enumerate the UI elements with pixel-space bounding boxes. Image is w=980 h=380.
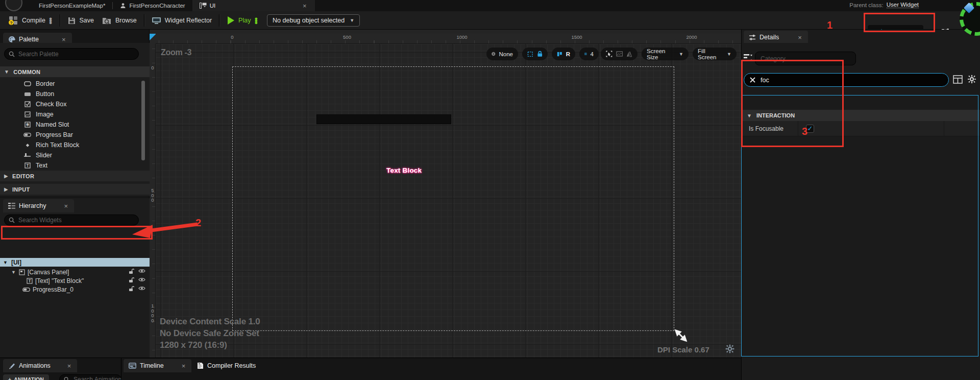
preview-target-dropdown[interactable]: None [486,48,518,60]
grid-icon[interactable] [584,51,587,57]
texture-preview-icon[interactable] [616,51,623,57]
fill-screen-dropdown[interactable]: Fill Screen ▼ [693,48,737,60]
tab-label: FirstPersonExampleMap* [39,3,105,9]
save-button[interactable]: Save [63,11,99,30]
details-search-input[interactable] [761,77,943,84]
hierarchy-row-progressbar[interactable]: ProgressBar_0 [0,285,150,294]
unlocked-icon[interactable] [128,286,134,292]
visibility-eye-icon[interactable] [138,268,145,274]
grid-snap-size-value[interactable]: 4 [591,51,594,57]
animations-search[interactable] [59,374,121,380]
grid-snap-group: 4 [579,48,599,60]
device-content-scale-label: Device Content Scale 1.0 [160,317,260,327]
browse-button[interactable]: Browse [98,11,141,30]
designer-viewport[interactable]: 0 500 1000 1500 2000 0 500 1000 Zoom -3 … [150,30,741,358]
close-icon[interactable]: × [63,203,69,209]
tab-label: FirstPersonCharacter [129,3,185,9]
hierarchy-row-canvas-panel[interactable]: ▼ [Canvas Panel] [0,268,150,276]
details-tab[interactable]: Details × [744,31,808,44]
unlocked-icon[interactable] [128,277,134,283]
palette-item-image[interactable]: Image [0,109,141,120]
horizontal-ruler: 0 500 1000 1500 2000 [156,34,741,44]
category-filter-field[interactable] [755,52,856,65]
visibility-eye-icon[interactable] [138,277,145,282]
tab-first-person-example-map[interactable]: FirstPersonExampleMap* [32,0,112,11]
palette-item-check-box[interactable]: Check Box [0,99,141,109]
tab-first-person-character[interactable]: FirstPersonCharacter [113,0,192,11]
cursor-select-icon[interactable] [606,51,612,57]
column-divider [944,121,944,136]
plus-icon: + [8,376,11,380]
person-icon [120,3,126,9]
compile-button[interactable]: ? Compile ●●● [4,11,57,30]
slider-icon [23,153,31,158]
unlocked-icon[interactable] [128,268,134,274]
category-filter-input[interactable] [755,52,855,65]
canvas-grid-area[interactable]: Zoom -3 None R 4 [156,44,741,358]
preview-target-value: None [499,51,513,57]
section-editor[interactable]: ▶ EDITOR [0,171,150,181]
timeline-tab[interactable]: Timeline × [124,359,191,372]
lock-icon[interactable] [537,51,543,57]
visibility-eye-icon[interactable] [138,286,145,291]
text-block-widget[interactable]: Text Block [386,167,422,174]
close-icon[interactable]: × [302,3,308,9]
parent-class-link[interactable]: User Widget [887,2,919,8]
compiler-results-tab[interactable]: Compiler Results [192,359,261,372]
dpi-settings-gear-icon[interactable] [725,344,734,353]
debug-object-dropdown[interactable]: No debug object selected ▼ [267,14,360,27]
hierarchy-search-input[interactable] [5,215,138,225]
chevron-down-icon[interactable]: ▼ [3,260,8,265]
browse-label: Browse [115,17,137,24]
interaction-section-header[interactable]: ▼ INTERACTION [742,110,979,121]
vertical-ruler: 0 500 1000 [150,44,156,358]
palette-item-button[interactable]: Button [0,89,141,99]
chevron-down-icon[interactable]: ▼ [11,270,16,275]
close-icon[interactable]: × [61,36,67,43]
compile-icon: ? [8,15,18,26]
palette-scrollbar[interactable] [141,81,145,160]
screen-size-dropdown[interactable]: Screen Size ▼ [642,48,689,60]
palette-tab-label: Palette [19,36,39,43]
property-matrix-icon[interactable] [953,75,963,84]
root-widget-outline[interactable] [232,66,674,331]
respect-locks-toggle[interactable]: R [566,51,570,57]
tab-ui[interactable]: UI × [192,0,315,11]
add-animation-button[interactable]: + ANIMATION [3,374,49,380]
marquee-select-icon[interactable] [527,51,533,57]
animations-tab[interactable]: Animations × [3,359,77,372]
details-settings-gear-icon[interactable] [967,75,976,84]
column-divider[interactable] [798,121,798,136]
widget-reflector-button[interactable]: Widget Reflector [148,11,216,30]
progress-bar-widget[interactable] [316,114,451,124]
compile-options-dots-icon[interactable]: ●●● [49,17,53,23]
close-icon[interactable]: × [797,34,803,41]
dock-divider[interactable] [121,358,121,380]
close-icon[interactable]: × [181,363,187,369]
close-icon[interactable]: × [66,363,72,369]
hierarchy-tab[interactable]: Hierarchy × [3,199,74,212]
section-common[interactable]: ▼ COMMON [0,66,150,77]
palette-item-rich-text-block[interactable]: Rich Text Block [0,140,141,150]
hierarchy-row-ui[interactable]: ▼ [UI] [0,258,150,267]
palette-item-text[interactable]: T Text [0,160,141,171]
mirror-flip-icon[interactable] [626,51,632,57]
clear-search-icon[interactable] [749,77,756,83]
columns-icon[interactable] [557,51,562,57]
hierarchy-tab-label: Hierarchy [19,202,46,209]
play-options-dots-icon[interactable]: ●●● [254,17,258,23]
palette-search-input[interactable] [5,49,138,59]
details-search-field[interactable] [744,73,949,87]
view-options-icon[interactable] [744,54,753,62]
palette-item-progress-bar[interactable]: Progress Bar [0,130,141,140]
palette-search[interactable] [4,48,139,60]
section-input[interactable]: ▶ INPUT [0,184,150,195]
palette-item-slider[interactable]: Slider [0,150,141,160]
add-animation-label: ANIMATION [14,376,44,380]
hierarchy-row-text-block[interactable]: T [Text] "Text Block" [0,276,150,285]
play-button[interactable]: Play ●●● [223,11,262,30]
palette-item-named-slot[interactable]: ✱ Named Slot [0,120,141,130]
palette-item-border[interactable]: Border [0,79,141,89]
parent-class-info: Parent class: User Widget [849,2,919,8]
hierarchy-search[interactable] [4,215,139,226]
